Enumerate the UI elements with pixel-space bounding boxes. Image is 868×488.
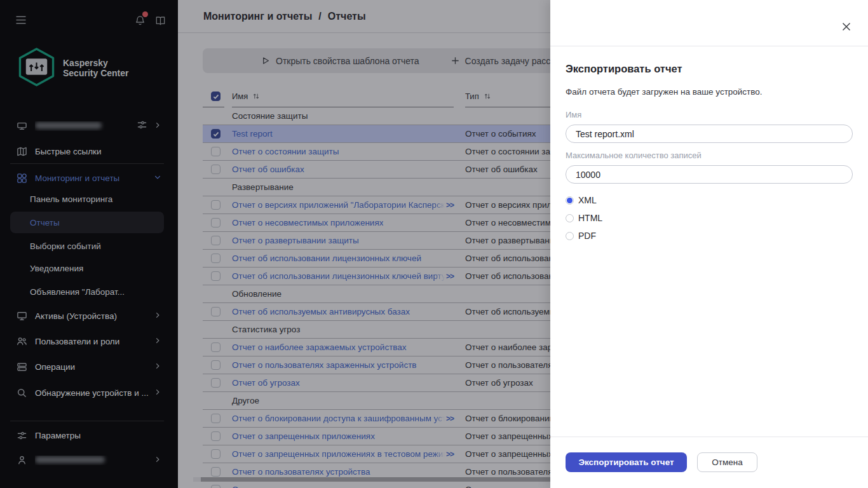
kaspersky-hexagon-logo-icon bbox=[18, 47, 55, 90]
sidebar-item-dashboard[interactable]: Панель мониторинга bbox=[0, 187, 178, 210]
report-link[interactable]: Отчет о запрещенных приложениях в тестов… bbox=[232, 449, 445, 459]
help-book-icon[interactable] bbox=[155, 16, 166, 29]
sidebar-item-settings[interactable]: Параметры bbox=[0, 423, 178, 448]
select-all-checkbox[interactable] bbox=[211, 92, 220, 101]
row-checkbox[interactable] bbox=[211, 467, 220, 477]
drawer-header-divider bbox=[550, 46, 868, 46]
chevron-right-icon[interactable] bbox=[154, 362, 161, 372]
sidebar-item-operations[interactable]: Операции bbox=[0, 354, 178, 379]
row-checkbox[interactable] bbox=[211, 378, 220, 388]
report-type: Отчет о bbox=[465, 485, 496, 488]
redacted-text bbox=[35, 456, 105, 463]
report-link[interactable]: Отчет о развертывании защиты bbox=[232, 236, 359, 245]
report-link[interactable]: Отчет о bbox=[232, 485, 262, 488]
max-records-input[interactable] bbox=[566, 165, 853, 184]
report-type: Отчет об ошибках bbox=[465, 165, 538, 174]
row-checkbox[interactable] bbox=[211, 342, 220, 352]
notification-badge bbox=[142, 11, 148, 17]
format-radio-html[interactable]: HTML bbox=[566, 213, 602, 223]
sidebar-item-label: Выборки событий bbox=[30, 241, 161, 251]
row-checkbox[interactable] bbox=[211, 307, 220, 316]
row-checkbox[interactable] bbox=[211, 485, 220, 488]
row-checkbox[interactable] bbox=[211, 431, 220, 441]
sidebar-item-quick-links[interactable]: Быстрые ссылки bbox=[0, 139, 178, 164]
row-checkbox[interactable] bbox=[211, 236, 220, 245]
sidebar-item-discovery[interactable]: Обнаружение устройств и ... bbox=[0, 380, 178, 405]
sidebar-item-account[interactable] bbox=[0, 447, 178, 473]
truncated-more-icon[interactable]: >> bbox=[446, 201, 454, 210]
drawer-footer-divider bbox=[550, 437, 868, 437]
breadcrumb-separator: / bbox=[318, 11, 321, 22]
report-link[interactable]: Отчет о версиях приложений "Лаборатории … bbox=[232, 200, 445, 210]
report-link[interactable]: Test report bbox=[232, 129, 273, 139]
format-label: PDF bbox=[578, 231, 596, 241]
report-link[interactable]: Отчет об использовании лицензионных ключ… bbox=[232, 254, 421, 263]
truncated-more-icon[interactable]: >> bbox=[446, 414, 454, 423]
row-checkbox[interactable] bbox=[211, 200, 220, 210]
sidebar-item-notifications[interactable]: Уведомления bbox=[0, 257, 178, 280]
report-link[interactable]: Отчет о наиболее заражаемых устройствах bbox=[232, 342, 407, 352]
name-field-label: Имя bbox=[566, 110, 581, 119]
sidebar-item-server[interactable] bbox=[0, 113, 178, 139]
max-records-label: Максимальное количество записей bbox=[566, 151, 702, 160]
report-link[interactable]: Отчет о блокировании доступа к зашифрова… bbox=[232, 414, 445, 423]
row-checkbox[interactable] bbox=[211, 218, 220, 227]
report-link[interactable]: Отчет об использовании лицензионных ключ… bbox=[232, 271, 445, 281]
report-type: Отчет об угрозах bbox=[465, 378, 533, 388]
report-link[interactable]: Отчет о запрещенных приложениях bbox=[232, 431, 375, 441]
radio-unselected-icon[interactable] bbox=[566, 232, 574, 240]
sidebar-item-monitoring-reports[interactable]: Мониторинг и отчеты bbox=[0, 165, 178, 191]
notifications-bell-icon[interactable] bbox=[135, 15, 146, 29]
breadcrumb-parent[interactable]: Мониторинг и отчеты bbox=[203, 11, 312, 22]
report-link[interactable]: Отчет о состоянии защиты bbox=[232, 147, 339, 156]
column-header-name[interactable]: Имя bbox=[232, 86, 454, 107]
sidebar-item-reports[interactable]: Отчеты bbox=[0, 211, 178, 234]
sort-icon bbox=[484, 92, 491, 100]
format-radio-xml[interactable]: XML bbox=[566, 195, 597, 205]
chevron-right-icon[interactable] bbox=[154, 121, 161, 131]
row-checkbox[interactable] bbox=[211, 271, 220, 281]
format-radio-pdf[interactable]: PDF bbox=[566, 231, 596, 241]
sliders-icon[interactable] bbox=[137, 119, 147, 132]
hamburger-menu-icon[interactable] bbox=[15, 15, 27, 27]
cancel-button[interactable]: Отмена bbox=[697, 452, 757, 472]
report-link[interactable]: Отчет об ошибках bbox=[232, 165, 304, 174]
chevron-down-icon[interactable] bbox=[154, 173, 161, 183]
truncated-more-icon[interactable]: >> bbox=[446, 450, 454, 459]
app-logo: Kaspersky Security Center bbox=[18, 47, 128, 90]
open-template-properties-button[interactable]: Открыть свойства шаблона отчета bbox=[261, 56, 419, 66]
format-label: XML bbox=[578, 195, 597, 205]
row-checkbox[interactable] bbox=[211, 254, 220, 263]
radio-selected-icon[interactable] bbox=[566, 196, 574, 205]
breadcrumb: Мониторинг и отчеты / Отчеты bbox=[203, 11, 366, 22]
sidebar-item-label: Пользователи и роли bbox=[35, 337, 154, 346]
chevron-right-icon[interactable] bbox=[154, 456, 161, 465]
row-checkbox[interactable] bbox=[211, 147, 220, 156]
sidebar-divider bbox=[10, 421, 164, 421]
radio-unselected-icon[interactable] bbox=[566, 214, 574, 222]
report-link[interactable]: Отчет о пользователях устройства bbox=[232, 467, 370, 477]
report-name-input[interactable] bbox=[566, 125, 853, 143]
row-checkbox[interactable] bbox=[211, 449, 220, 459]
export-report-button[interactable]: Экспортировать отчет bbox=[566, 452, 687, 472]
sidebar-item-announcements[interactable]: Объявления "Лаборат... bbox=[0, 280, 178, 303]
chevron-right-icon[interactable] bbox=[154, 337, 161, 346]
redacted-text bbox=[35, 122, 102, 129]
close-icon[interactable] bbox=[841, 22, 851, 32]
chevron-right-icon[interactable] bbox=[154, 388, 161, 398]
row-checkbox[interactable] bbox=[211, 414, 220, 423]
report-link[interactable]: Отчет об угрозах bbox=[232, 378, 300, 388]
report-link[interactable]: Отчет о несовместимых приложениях bbox=[232, 218, 383, 227]
truncated-more-icon[interactable]: >> bbox=[446, 272, 454, 281]
report-link[interactable]: Отчет о пользователях зараженных устройс… bbox=[232, 360, 417, 370]
map-icon bbox=[17, 146, 27, 157]
sidebar-item-users-roles[interactable]: Пользователи и роли bbox=[0, 329, 178, 354]
sidebar-item-event-selections[interactable]: Выборки событий bbox=[0, 234, 178, 257]
sidebar-item-label: Панель мониторинга bbox=[30, 194, 161, 204]
row-checkbox[interactable] bbox=[211, 360, 220, 370]
row-checkbox[interactable] bbox=[211, 165, 220, 174]
row-checkbox[interactable] bbox=[211, 129, 220, 139]
report-link[interactable]: Отчет об используемых антивирусных базах bbox=[232, 307, 410, 316]
chevron-right-icon[interactable] bbox=[154, 311, 161, 321]
sidebar-item-assets[interactable]: Активы (Устройства) bbox=[0, 303, 178, 329]
